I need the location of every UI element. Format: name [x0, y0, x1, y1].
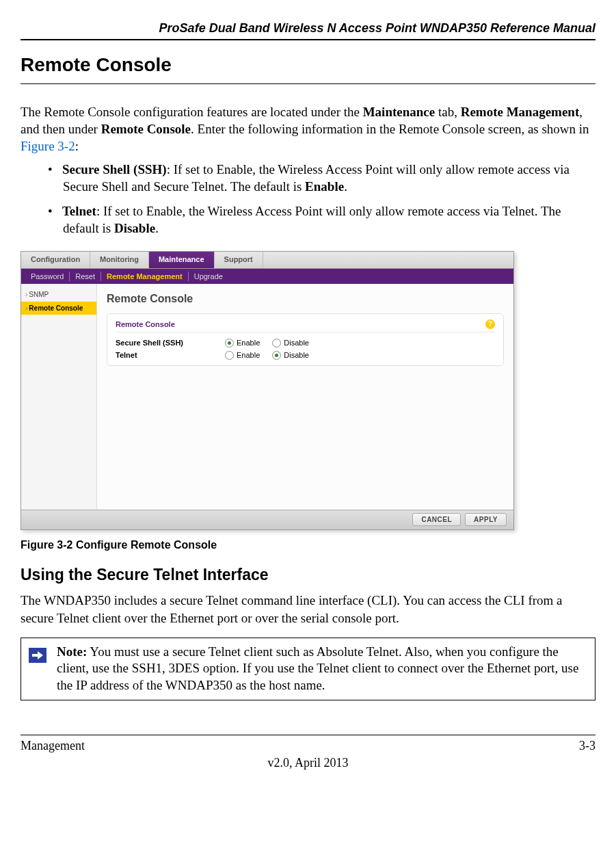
row-ssh: Secure Shell (SSH) Enable Disable [116, 337, 495, 349]
footer-page-number: 3-3 [579, 738, 595, 754]
footer-version: v2.0, April 2013 [21, 755, 595, 771]
help-icon[interactable]: ? [485, 319, 495, 329]
footer-left: Management [21, 738, 85, 754]
tab-configuration[interactable]: Configuration [21, 252, 90, 268]
manual-title: ProSafe Dual Band Wireless N Access Poin… [21, 21, 595, 36]
main-area: ›SNMP ›Remote Console Remote Console Rem… [21, 284, 513, 510]
tab-bar: Configuration Monitoring Maintenance Sup… [21, 252, 513, 269]
tab-maintenance[interactable]: Maintenance [149, 252, 215, 268]
subtab-password[interactable]: Password [25, 272, 70, 281]
sidebar-item-label: SNMP [29, 291, 49, 298]
subtab-reset[interactable]: Reset [70, 272, 101, 281]
row-ssh-label: Secure Shell (SSH) [116, 338, 225, 347]
figure-container: Configuration Monitoring Maintenance Sup… [21, 251, 595, 530]
ssh-disable-option[interactable]: Disable [272, 338, 309, 347]
content-panel: Remote Console Remote Console ? Secure S… [97, 284, 513, 510]
row-telnet: Telnet Enable Disable [116, 349, 495, 361]
telnet-text-end: . [155, 221, 159, 235]
panel-title: Remote Console [107, 289, 504, 313]
intro-text: tab, [435, 105, 460, 119]
row-telnet-label: Telnet [116, 350, 225, 360]
radio-icon [272, 339, 281, 347]
subtab-bar: Password Reset Remote Management Upgrade [21, 269, 513, 284]
bullet-telnet: • Telnet: If set to Enable, the Wireless… [48, 203, 595, 237]
chevron-right-icon: › [25, 304, 27, 312]
option-label: Enable [237, 338, 260, 347]
ssh-text-end: . [344, 179, 347, 194]
bullet-ssh: • Secure Shell (SSH): If set to Enable, … [48, 161, 595, 195]
note-box: Note: You must use a secure Telnet clien… [21, 638, 595, 700]
footer-row: Management 3-3 [21, 738, 595, 754]
ssh-label: Secure Shell (SSH) [62, 162, 167, 176]
header-rule [21, 39, 595, 40]
section-title: Remote Console [21, 53, 595, 77]
tab-support[interactable]: Support [215, 252, 263, 268]
bottom-bar: CANCEL APPLY [21, 510, 513, 529]
radio-icon [225, 351, 234, 360]
sidebar-item-remote-console[interactable]: ›Remote Console [21, 302, 96, 315]
arrow-right-icon [29, 648, 46, 663]
figure-caption: Figure 3-2 Configure Remote Console [21, 538, 595, 553]
ssh-enable-option[interactable]: Enable [225, 338, 260, 347]
footer-rule [21, 735, 595, 735]
cancel-button[interactable]: CANCEL [412, 513, 461, 526]
option-label: Disable [284, 338, 309, 347]
note-label: Note: [57, 644, 87, 659]
apply-button[interactable]: APPLY [465, 513, 507, 526]
panel-box-header: Remote Console ? [116, 319, 495, 332]
sidebar-item-snmp[interactable]: ›SNMP [21, 288, 96, 302]
intro-text: The Remote Console configuration feature… [21, 105, 363, 119]
panel-box: Remote Console ? Secure Shell (SSH) Enab… [107, 313, 504, 367]
section-rule [21, 83, 595, 84]
intro-remote-mgmt: Remote Management [461, 105, 580, 119]
sidebar-item-label: Remote Console [29, 304, 83, 312]
intro-text: : [75, 139, 79, 153]
subtab-remote-management[interactable]: Remote Management [101, 272, 189, 281]
subsection-title: Using the Secure Telnet Interface [21, 565, 595, 586]
intro-paragraph: The Remote Console configuration feature… [21, 103, 595, 155]
note-body: You must use a secure Telnet client such… [57, 644, 578, 692]
telnet-default: Disable [114, 221, 155, 235]
ssh-default: Enable [305, 179, 344, 194]
note-text: Note: You must use a secure Telnet clien… [54, 638, 595, 700]
subsection-body: The WNDAP350 includes a secure Telnet co… [21, 592, 595, 626]
telnet-enable-option[interactable]: Enable [225, 350, 260, 360]
screenshot-ui: Configuration Monitoring Maintenance Sup… [21, 251, 514, 530]
figure-link[interactable]: Figure 3-2 [21, 139, 75, 153]
intro-remote-console: Remote Console [101, 122, 191, 136]
telnet-disable-option[interactable]: Disable [272, 350, 309, 360]
sidebar: ›SNMP ›Remote Console [21, 284, 97, 510]
subtab-upgrade[interactable]: Upgrade [189, 272, 228, 281]
intro-maintenance: Maintenance [363, 105, 436, 119]
option-label: Enable [237, 350, 260, 360]
note-icon-cell [21, 638, 54, 700]
panel-box-label: Remote Console [116, 319, 175, 329]
intro-text: . Enter the following information in the… [191, 122, 589, 136]
radio-icon [272, 351, 281, 360]
chevron-right-icon: › [25, 291, 27, 298]
bullet-list: • Secure Shell (SSH): If set to Enable, … [21, 161, 595, 237]
telnet-label: Telnet [62, 204, 96, 218]
tab-monitoring[interactable]: Monitoring [90, 252, 149, 268]
radio-icon [225, 339, 234, 347]
option-label: Disable [284, 350, 309, 360]
